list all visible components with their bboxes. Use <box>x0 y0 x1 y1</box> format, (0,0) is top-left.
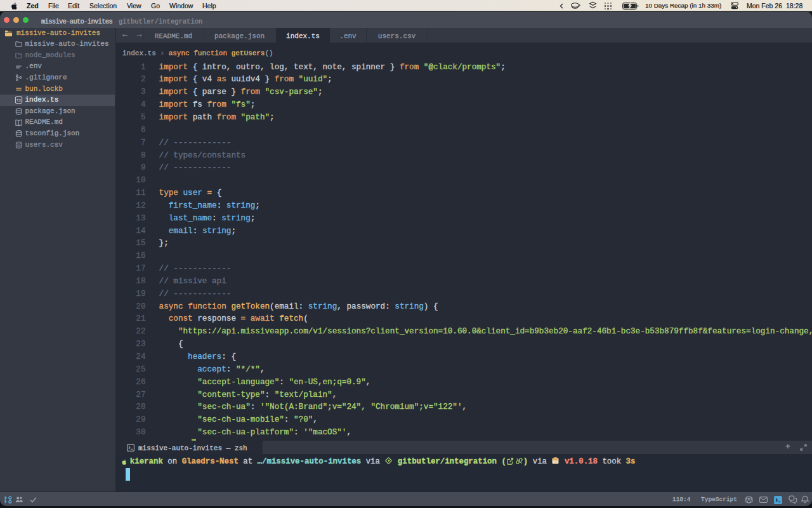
svg-text:TS: TS <box>16 99 22 103</box>
